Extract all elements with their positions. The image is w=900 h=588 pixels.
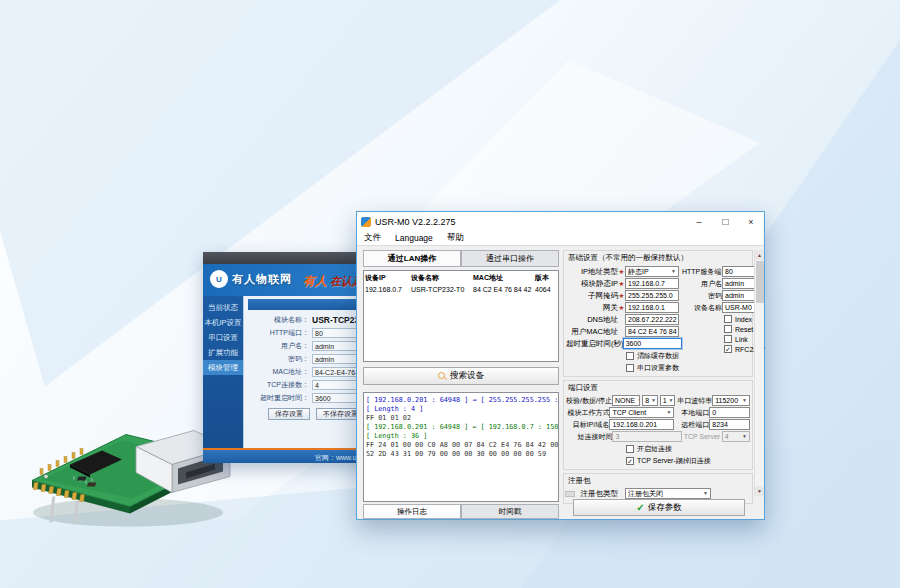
checkbox-label: 清除缓存数据 (637, 351, 679, 361)
field-label: 用户MAC地址 (566, 327, 618, 337)
scroll-down-arrow[interactable]: ▼ (755, 486, 764, 496)
device-list[interactable]: 设备IP 设备名称 MAC地址 版本 192.168.0.7 USR-TCP23… (363, 270, 559, 362)
horizontal-scrollbar-remnant[interactable] (565, 491, 575, 497)
log-output[interactable]: [ 192.168.0.201 : 64948 ] → [ 255.255.25… (363, 392, 559, 502)
device-row[interactable]: 192.168.0.7 USR-TCP232-T0 84 C2 E4 76 84… (365, 286, 557, 293)
workmode-value: TCP Client (612, 408, 646, 417)
checkbox-icon (724, 315, 732, 323)
search-device-button[interactable]: 搜索设备 (363, 367, 559, 385)
field-label: 密码： (248, 354, 312, 364)
field-label: 模块名称： (248, 315, 312, 325)
checkbox-label: 开启短连接 (637, 444, 672, 454)
nav-item-local-ip[interactable]: 本机IP设置 (203, 315, 243, 330)
menu-file[interactable]: 文件 (357, 232, 388, 244)
local-port-field[interactable]: 0 (709, 407, 750, 418)
remote-port-field[interactable]: 8234 (709, 419, 750, 430)
ip-type-select[interactable]: 静态IP▼ (625, 266, 679, 277)
device-mac: 84 C2 E4 76 84 42 (473, 286, 535, 293)
maximize-icon (722, 219, 729, 225)
checkbox-icon (724, 335, 732, 343)
device-version: 4064 (535, 286, 557, 293)
minimize-button[interactable]: – (686, 212, 712, 231)
subnet-mask-field[interactable]: 255.255.255.0 (625, 290, 679, 301)
log-line: [ 192.168.0.201 : 64948 ] → [ 255.255.25… (366, 396, 556, 405)
group-title: 基础设置（不常用的一般保持默认） (568, 253, 750, 263)
menu-language[interactable]: Language (388, 233, 440, 243)
databits-select[interactable]: 8▼ (642, 395, 658, 406)
checkbox-clear-cache[interactable]: 清除缓存数据 (626, 351, 682, 361)
chevron-down-icon: ▼ (740, 396, 747, 405)
nav-item-module-mgmt[interactable]: 模块管理 (203, 360, 243, 375)
group-title: 注册包 (568, 476, 750, 486)
log-line: [ 192.168.0.201 : 64948 ] ← [ 192.168.0.… (366, 423, 556, 432)
checkbox-label: Reset (735, 326, 753, 333)
checkbox-serial-params[interactable]: 串口设置参数 (626, 363, 682, 373)
device-ip: 192.168.0.7 (365, 286, 411, 293)
nav-item-serial[interactable]: 串口设置 (203, 330, 243, 345)
dns-field[interactable]: 208.67.222.222 (625, 314, 679, 325)
baudrate-select[interactable]: 115200▼ (712, 395, 750, 406)
field-label: 子网掩码 (566, 291, 618, 301)
max-conn-value: 4 (725, 432, 729, 441)
workmode-select[interactable]: TCP Client▼ (609, 407, 674, 418)
close-button[interactable]: × (738, 212, 764, 231)
field-label: 用户名： (248, 341, 312, 351)
required-star-icon: ★ (618, 292, 625, 300)
vertical-scrollbar[interactable]: ▲ ▼ (754, 250, 764, 496)
gateway-field[interactable]: 192.168.0.1 (625, 302, 679, 313)
checkbox-short-connection[interactable]: 开启短连接 (626, 444, 750, 454)
checkbox-label: 串口设置参数 (637, 363, 679, 373)
field-label: TCP连接数： (248, 380, 312, 390)
short-conn-time-field: 3 (612, 431, 681, 442)
required-star-icon: ★ (618, 304, 625, 312)
chevron-down-icon: ▼ (701, 489, 708, 498)
scrollbar-thumb[interactable] (756, 261, 764, 303)
web-save-button[interactable]: 保存设置 (268, 408, 310, 420)
device-name: USR-TCP232-T0 (411, 286, 473, 293)
field-label: TCP Server 连接数 (684, 432, 722, 442)
checkbox-label: Link (735, 336, 748, 343)
checkbox-kick-old-connection[interactable]: ✓TCP Server-踢掉旧连接 (626, 456, 750, 466)
app-titlebar[interactable]: USR-M0 V2.2.2.275 – × (357, 212, 764, 231)
maximize-button[interactable] (712, 212, 738, 231)
tab-lan-operation[interactable]: 通过LAN操作 (363, 250, 461, 267)
baudrate-value: 115200 (715, 396, 738, 405)
log-line: FF 01 01 02 (366, 414, 556, 423)
ip-type-value: 静态IP (628, 267, 649, 276)
slogan-highlight: 有人 (303, 274, 327, 288)
field-label: 串口波特率 (677, 396, 712, 406)
save-button-label: 保存参数 (648, 502, 682, 514)
required-star-icon: ★ (618, 280, 625, 288)
chevron-down-icon: ▼ (669, 267, 676, 276)
target-ip-field[interactable]: 192.168.0.201 (609, 419, 674, 430)
stopbits-select[interactable]: 1▼ (660, 395, 676, 406)
group-port-settings: 端口设置 校验/数据/停止 NONE▼ 8▼ 1▼ 串口波特率 115200▼ … (563, 380, 753, 470)
field-label: 设备名称 (682, 303, 722, 313)
scroll-up-arrow[interactable]: ▲ (755, 250, 764, 260)
tab-timestamp[interactable]: 时间戳 (461, 504, 559, 519)
field-label: 模块工作方式 (566, 408, 609, 418)
col-mac: MAC地址 (473, 273, 535, 283)
static-ip-field[interactable]: 192.168.0.7 (625, 278, 679, 289)
tab-operation-log[interactable]: 操作日志 (363, 504, 461, 519)
nav-item-status[interactable]: 当前状态 (203, 300, 243, 315)
usr-logo-icon: U (210, 270, 228, 288)
regpack-type-select[interactable]: 注册包关闭▼ (625, 488, 711, 499)
checkbox-label: TCP Server-踢掉旧连接 (637, 456, 711, 466)
chevron-down-icon: ▼ (635, 396, 640, 405)
menu-help[interactable]: 帮助 (440, 232, 471, 244)
user-mac-field[interactable]: 84 C2 E4 76 84 42 (625, 326, 679, 337)
webui-sidebar: 当前状态 本机IP设置 串口设置 扩展功能 模块管理 (203, 296, 243, 448)
tab-serial-operation[interactable]: 通过串口操作 (461, 250, 559, 267)
field-label: 远程端口 (676, 420, 709, 430)
nav-item-expand[interactable]: 扩展功能 (203, 345, 243, 360)
chevron-down-icon: ▼ (664, 408, 671, 417)
parity-select[interactable]: NONE▼ (612, 395, 640, 406)
checkbox-icon (626, 364, 634, 372)
field-label: 网关 (566, 303, 618, 313)
app-icon (361, 217, 371, 227)
save-params-button[interactable]: ✓ 保存参数 (573, 499, 745, 516)
regpack-type-value: 注册包关闭 (628, 489, 663, 498)
timeout-restart-field[interactable]: 3600 (623, 338, 682, 349)
log-line: [ Length : 4 ] (366, 405, 556, 414)
